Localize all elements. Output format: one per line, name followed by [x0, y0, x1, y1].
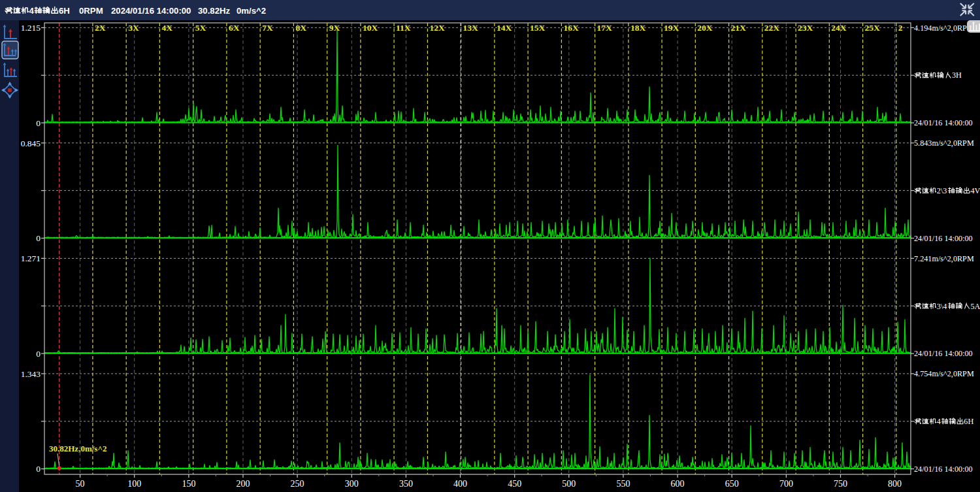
svg-text:800: 800 — [888, 479, 902, 489]
svg-text:600: 600 — [671, 479, 685, 489]
svg-text:10X: 10X — [363, 23, 378, 33]
svg-text:2024/01/16 14:00:00: 2024/01/16 14:00:00 — [111, 6, 191, 16]
svg-text:0: 0 — [36, 464, 41, 474]
svg-text:200: 200 — [237, 479, 250, 489]
svg-text:17X: 17X — [597, 23, 613, 33]
svg-text:2\3: 2\3 — [937, 186, 947, 195]
svg-text:30.82Hz,0m/s^2: 30.82Hz,0m/s^2 — [49, 444, 106, 453]
svg-text:1.271: 1.271 — [21, 254, 41, 263]
svg-text:14X: 14X — [497, 23, 512, 33]
svg-text:450: 450 — [508, 479, 521, 489]
svg-text:1.343: 1.343 — [21, 369, 41, 379]
svg-text:0: 0 — [36, 233, 41, 243]
svg-text:5.843m/s^2,0RPM: 5.843m/s^2,0RPM — [914, 139, 974, 148]
svg-text:5X: 5X — [195, 23, 206, 33]
svg-text:16X: 16X — [563, 23, 579, 33]
svg-text:11X: 11X — [396, 23, 411, 33]
svg-text:13X: 13X — [463, 23, 479, 33]
svg-text:25X: 25X — [865, 23, 881, 33]
svg-text:12X: 12X — [429, 23, 445, 33]
svg-text:6X: 6X — [229, 23, 240, 33]
svg-text:4: 4 — [29, 6, 35, 16]
svg-text:300: 300 — [345, 479, 359, 489]
svg-text:700: 700 — [779, 479, 793, 489]
svg-text:0: 0 — [36, 349, 41, 359]
svg-text:8X: 8X — [295, 23, 306, 33]
svg-text:100: 100 — [127, 479, 141, 489]
svg-text:50: 50 — [76, 479, 85, 489]
svg-text:24/01/16 14:00:00: 24/01/16 14:00:00 — [914, 465, 973, 474]
svg-text:250: 250 — [291, 479, 304, 489]
svg-text:500: 500 — [562, 479, 576, 489]
svg-text:20X: 20X — [697, 23, 713, 33]
svg-text:24/01/16 14:00:00: 24/01/16 14:00:00 — [914, 118, 973, 127]
svg-text:1.215: 1.215 — [21, 23, 41, 33]
svg-text:400: 400 — [453, 479, 467, 489]
svg-text:4V: 4V — [971, 186, 980, 195]
svg-text:24/01/16 14:00:00: 24/01/16 14:00:00 — [914, 349, 973, 358]
svg-text:7X: 7X — [262, 23, 273, 33]
svg-text:15X: 15X — [530, 23, 546, 33]
svg-text:21X: 21X — [731, 23, 747, 33]
svg-text:4X: 4X — [161, 23, 172, 33]
svg-text:3X: 3X — [128, 23, 139, 33]
svg-text:7.241m/s^2,0RPM: 7.241m/s^2,0RPM — [914, 254, 974, 263]
svg-text:23X: 23X — [798, 23, 813, 33]
svg-text:19X: 19X — [664, 23, 679, 33]
svg-text:750: 750 — [834, 479, 847, 489]
svg-text:6H: 6H — [964, 417, 973, 426]
svg-text:24/01/16 14:00:00: 24/01/16 14:00:00 — [914, 234, 973, 243]
svg-text:0: 0 — [36, 118, 41, 128]
svg-text:0RPM: 0RPM — [79, 6, 103, 16]
svg-text:24X: 24X — [831, 23, 847, 33]
svg-text:550: 550 — [616, 479, 630, 489]
svg-text:18X: 18X — [630, 23, 646, 33]
svg-text:4: 4 — [937, 417, 941, 426]
svg-text:6H: 6H — [59, 6, 70, 16]
svg-text:9X: 9X — [329, 23, 340, 33]
svg-text:3H: 3H — [952, 71, 962, 80]
svg-text:650: 650 — [725, 479, 739, 489]
svg-text:0m/s^2: 0m/s^2 — [237, 6, 266, 16]
svg-text:350: 350 — [399, 479, 413, 489]
svg-text:22X: 22X — [764, 23, 780, 33]
svg-text:4.194m/s^2,0RPM: 4.194m/s^2,0RPM — [914, 24, 974, 33]
svg-text:2: 2 — [898, 23, 903, 33]
svg-text:3\4: 3\4 — [937, 302, 947, 311]
svg-text:5A: 5A — [971, 302, 980, 311]
svg-text:30.82Hz: 30.82Hz — [198, 6, 231, 16]
svg-text:150: 150 — [182, 479, 195, 489]
svg-text:0.845: 0.845 — [21, 139, 41, 148]
svg-text:4.754m/s^2,0RPM: 4.754m/s^2,0RPM — [914, 369, 974, 378]
svg-text:2X: 2X — [95, 23, 106, 33]
